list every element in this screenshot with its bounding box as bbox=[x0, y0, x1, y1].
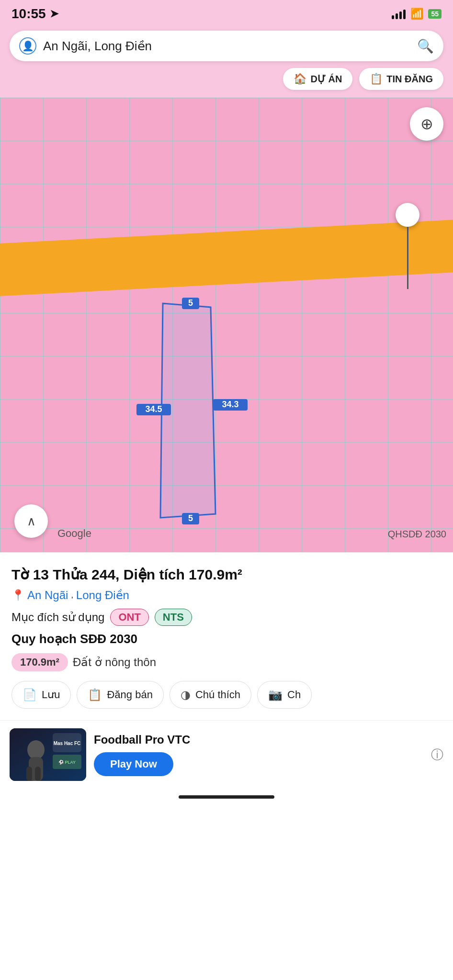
status-time: 10:55 ➤ bbox=[11, 6, 58, 22]
parcel-title: Tờ 13 Thửa 244, Diện tích 170.9m² bbox=[11, 565, 442, 584]
location-row: 📍 An Ngãi , Long Điền bbox=[11, 589, 442, 602]
camera-label: Ch bbox=[287, 689, 301, 701]
du-an-button[interactable]: 🏠 DỰ ÁN bbox=[283, 68, 352, 90]
filter-bar: 🏠 DỰ ÁN 📋 TIN ĐĂNG bbox=[0, 68, 453, 98]
signal-icon bbox=[392, 9, 406, 19]
luu-label: Lưu bbox=[42, 689, 60, 701]
save-icon: 📄 bbox=[23, 688, 37, 702]
location-arrow-icon: ➤ bbox=[50, 8, 58, 20]
layers-icon: ⊕ bbox=[420, 115, 433, 133]
land-parcel-svg: 5 5 34.5 34.3 bbox=[0, 98, 453, 552]
time-display: 10:55 bbox=[11, 6, 46, 22]
location-pin bbox=[396, 203, 419, 289]
tin-dang-button[interactable]: 📋 TIN ĐĂNG bbox=[359, 68, 443, 90]
pin-circle bbox=[396, 203, 419, 227]
camera-button[interactable]: 📷 Ch bbox=[257, 681, 312, 709]
qhsdd-label: QHSDĐ 2030 bbox=[388, 529, 446, 540]
home-indicator bbox=[0, 789, 453, 803]
svg-text:5: 5 bbox=[188, 298, 193, 308]
du-an-label: DỰ ÁN bbox=[310, 73, 342, 85]
battery-indicator: 55 bbox=[428, 9, 442, 19]
pin-line bbox=[407, 227, 408, 289]
dang-ban-label: Đăng bán bbox=[107, 689, 152, 701]
home-bar bbox=[179, 795, 274, 799]
wifi-icon: 📶 bbox=[410, 8, 423, 20]
chu-thich-button[interactable]: ◑ Chú thích bbox=[170, 681, 251, 709]
google-label: Google bbox=[57, 527, 91, 540]
search-input[interactable]: An Ngãi, Long Điền bbox=[43, 39, 410, 54]
layer-toggle-button[interactable]: ⊕ bbox=[410, 107, 443, 141]
user-location-icon: 👤 bbox=[19, 37, 36, 55]
svg-text:Mas Hac FC: Mas Hac FC bbox=[54, 741, 81, 746]
calendar-icon: 📋 bbox=[370, 73, 383, 85]
quy-hoach-label: Quy hoạch SĐĐ 2030 bbox=[11, 632, 442, 646]
tin-dang-label: TIN ĐĂNG bbox=[386, 74, 433, 85]
luu-button[interactable]: 📄 Lưu bbox=[11, 681, 71, 709]
svg-text:⚽ PLAY: ⚽ PLAY bbox=[58, 759, 76, 765]
svg-point-10 bbox=[27, 740, 45, 759]
svg-text:34.5: 34.5 bbox=[145, 404, 162, 414]
search-magnify-icon[interactable]: 🔍 bbox=[417, 38, 434, 54]
land-type-label: Đất ở nông thôn bbox=[73, 656, 156, 669]
status-bar: 10:55 ➤ 📶 55 bbox=[0, 0, 453, 26]
svg-text:34.3: 34.3 bbox=[222, 400, 238, 409]
svg-rect-12 bbox=[26, 767, 32, 781]
collapse-button[interactable]: ∧ bbox=[14, 504, 48, 538]
nts-tag: NTS bbox=[155, 609, 192, 626]
pin-icon: 📍 bbox=[11, 589, 24, 601]
ad-title: Foodball Pro VTC bbox=[94, 733, 423, 746]
muc-dich-label: Mục đích sử dụng bbox=[11, 611, 104, 624]
house-icon: 🏠 bbox=[294, 73, 306, 85]
muc-dich-row: Mục đích sử dụng ONT NTS bbox=[11, 609, 442, 626]
chu-thich-label: Chú thích bbox=[195, 689, 240, 701]
location-link-long-dien[interactable]: Long Điền bbox=[76, 589, 129, 602]
play-now-button[interactable]: Play Now bbox=[94, 752, 173, 776]
ad-banner: Mas Hac FC ⚽ PLAY Foodball Pro VTC Play … bbox=[0, 720, 453, 789]
area-tag: 170.9m² bbox=[11, 653, 68, 671]
svg-text:5: 5 bbox=[188, 513, 193, 523]
ad-image: Mas Hac FC ⚽ PLAY bbox=[10, 728, 86, 781]
info-panel: Tờ 13 Thửa 244, Diện tích 170.9m² 📍 An N… bbox=[0, 552, 453, 720]
status-icons: 📶 55 bbox=[392, 8, 442, 20]
location-link-an-ngai[interactable]: An Ngãi bbox=[27, 589, 68, 602]
search-bar[interactable]: 👤 An Ngãi, Long Điền 🔍 bbox=[10, 31, 443, 61]
search-bar-container: 👤 An Ngãi, Long Điền 🔍 bbox=[0, 26, 453, 68]
ont-tag: ONT bbox=[110, 609, 148, 626]
dang-ban-button[interactable]: 📋 Đăng bán bbox=[77, 681, 163, 709]
annotation-icon: ◑ bbox=[181, 688, 191, 702]
area-row: 170.9m² Đất ở nông thôn bbox=[11, 653, 442, 671]
svg-rect-13 bbox=[35, 767, 41, 781]
ad-content: Foodball Pro VTC Play Now bbox=[94, 733, 423, 776]
camera-icon: 📷 bbox=[268, 688, 283, 702]
ad-info-icon[interactable]: ⓘ bbox=[431, 746, 443, 763]
chevron-up-icon: ∧ bbox=[27, 514, 36, 529]
action-buttons: 📄 Lưu 📋 Đăng bán ◑ Chú thích 📷 Ch bbox=[11, 681, 442, 711]
listing-icon: 📋 bbox=[88, 688, 102, 702]
map-container[interactable]: ⊕ 5 5 34.5 34.3 ∧ Google QHSDĐ 2030 bbox=[0, 98, 453, 552]
